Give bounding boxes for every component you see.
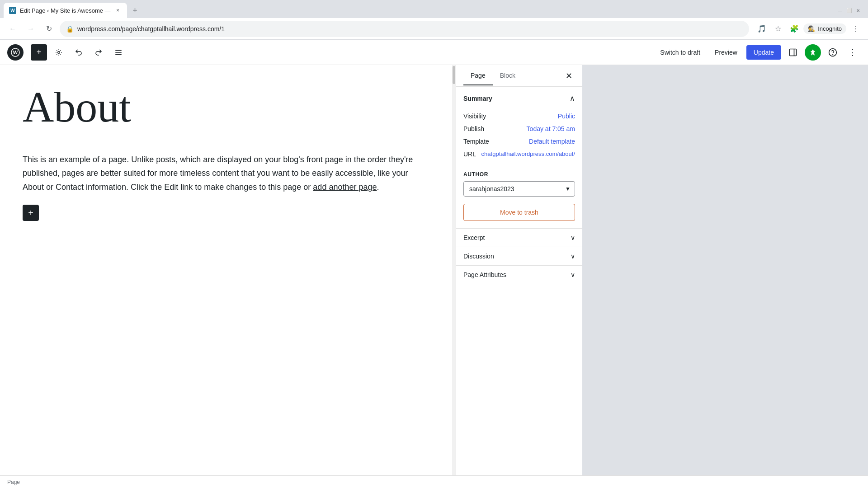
redo-button[interactable] — [90, 44, 107, 61]
wp-toolbar-right: Switch to draft Preview Update — [655, 44, 861, 61]
tools-button[interactable] — [51, 44, 67, 61]
visibility-label: Visibility — [463, 113, 486, 120]
close-window-button[interactable]: ✕ — [855, 8, 861, 13]
url-label: URL — [463, 150, 476, 158]
publish-label: Publish — [463, 125, 484, 132]
author-select[interactable]: sarahjonas2023 — [463, 181, 575, 197]
summary-section-header[interactable]: Summary ∧ — [456, 87, 582, 110]
more-options-button[interactable]: ⋮ — [844, 44, 861, 61]
active-tab[interactable]: W Edit Page ‹ My Site is Awesome — × — [4, 3, 127, 18]
sidebar-toggle-button[interactable] — [785, 44, 801, 61]
undo-button[interactable] — [71, 44, 87, 61]
minimize-button[interactable]: — — [837, 8, 843, 13]
wp-logo[interactable]: W — [7, 44, 24, 61]
publish-row: Publish Today at 7:05 am — [463, 122, 575, 135]
excerpt-label: Excerpt — [463, 234, 485, 241]
editor-content[interactable]: About This is an example of a page. Unli… — [0, 65, 452, 475]
page-attributes-chevron-icon: ∨ — [571, 271, 575, 278]
tab-page[interactable]: Page — [463, 66, 493, 85]
sidebar-container: Page Block ✕ Summary ∧ Visibility — [452, 65, 868, 475]
publish-value[interactable]: Today at 7:05 am — [527, 125, 575, 132]
tab-bar: W Edit Page ‹ My Site is Awesome — × + —… — [0, 0, 868, 18]
page-attributes-label: Page Attributes — [463, 271, 506, 278]
plus-icon: + — [37, 47, 42, 57]
add-block-toolbar-button[interactable]: + — [31, 44, 47, 61]
discussion-label: Discussion — [463, 253, 494, 260]
sidebar-close-button[interactable]: ✕ — [562, 70, 575, 82]
address-bar-row: ← → ↻ 🔒 wordpress.com/page/chatgptallhai… — [0, 18, 868, 40]
new-tab-button[interactable]: + — [129, 4, 142, 17]
svg-point-2 — [58, 51, 60, 53]
tab-close-button[interactable]: × — [114, 7, 122, 14]
author-section: AUTHOR sarahjonas2023 ▼ — [456, 168, 582, 204]
url-value[interactable]: chatgptallhail.wordpress.com/about/ — [481, 150, 575, 157]
page-attributes-collapsible[interactable]: Page Attributes ∨ — [456, 265, 582, 284]
status-bar: Page — [0, 475, 868, 488]
bookmark-icon[interactable]: ☆ — [771, 22, 785, 36]
switch-to-draft-button[interactable]: Switch to draft — [655, 46, 706, 59]
wp-editor: W + — [0, 40, 868, 488]
window-controls: — ⬜ ✕ — [837, 8, 864, 13]
incognito-label: Incognito — [818, 25, 842, 32]
excerpt-collapsible[interactable]: Excerpt ∨ — [456, 228, 582, 247]
reload-button[interactable]: ↻ — [42, 22, 56, 36]
media-control-icon: 🎵 — [755, 22, 769, 36]
status-bar-label: Page — [7, 479, 20, 485]
back-button[interactable]: ← — [5, 22, 20, 36]
document-overview-button[interactable] — [110, 44, 127, 61]
summary-section: Summary ∧ Visibility Public Publish Toda… — [456, 87, 582, 168]
incognito-icon: 🕵 — [808, 25, 815, 32]
author-select-wrapper: sarahjonas2023 ▼ — [463, 181, 575, 197]
sidebar: Page Block ✕ Summary ∧ Visibility — [456, 65, 582, 475]
sidebar-scrollbar[interactable] — [452, 65, 456, 475]
tab-title: Edit Page ‹ My Site is Awesome — — [20, 7, 111, 14]
template-label: Template — [463, 138, 489, 145]
address-bar[interactable]: 🔒 wordpress.com/page/chatgptallhail.word… — [60, 21, 749, 37]
template-value[interactable]: Default template — [529, 138, 575, 145]
svg-text:W: W — [13, 50, 18, 55]
move-to-trash-button[interactable]: Move to trash — [463, 204, 575, 221]
summary-section-title: Summary — [463, 95, 492, 102]
maximize-button[interactable]: ⬜ — [846, 8, 852, 13]
summary-section-content: Visibility Public Publish Today at 7:05 … — [456, 110, 582, 168]
tab-block[interactable]: Block — [493, 66, 523, 85]
svg-rect-6 — [790, 49, 797, 56]
discussion-collapsible[interactable]: Discussion ∨ — [456, 247, 582, 265]
incognito-badge[interactable]: 🕵 Incognito — [803, 23, 846, 34]
svg-point-9 — [833, 54, 833, 54]
excerpt-chevron-icon: ∨ — [571, 234, 575, 241]
page-body-paragraph[interactable]: This is an example of a page. Unlike pos… — [23, 153, 429, 194]
browser-actions: 🎵 ☆ 🧩 🕵 Incognito ⋮ — [755, 22, 863, 36]
tab-favicon: W — [9, 7, 16, 14]
wp-toolbar: W + — [0, 40, 868, 65]
author-label: AUTHOR — [463, 171, 575, 178]
lock-icon: 🔒 — [66, 25, 74, 33]
jetpack-button[interactable] — [805, 44, 821, 61]
browser-menu-button[interactable]: ⋮ — [848, 22, 863, 36]
page-content: About This is an example of a page. Unli… — [23, 83, 429, 221]
page-title[interactable]: About — [23, 83, 429, 131]
scroll-thumb — [453, 66, 455, 84]
visibility-value[interactable]: Public — [558, 113, 575, 120]
summary-toggle-icon: ∧ — [570, 94, 575, 103]
update-button[interactable]: Update — [746, 45, 781, 60]
visibility-row: Visibility Public — [463, 110, 575, 122]
address-text: wordpress.com/page/chatgptallhail.wordpr… — [77, 25, 743, 33]
extensions-icon[interactable]: 🧩 — [787, 22, 802, 36]
preview-button[interactable]: Preview — [709, 46, 743, 59]
sidebar-tabs: Page Block ✕ — [456, 65, 582, 87]
discussion-chevron-icon: ∨ — [571, 253, 575, 260]
url-row: URL chatgptallhail.wordpress.com/about/ — [463, 148, 575, 160]
page-body-end: . — [377, 183, 379, 192]
help-button[interactable] — [825, 44, 841, 61]
editor-body: About This is an example of a page. Unli… — [0, 65, 868, 475]
template-row: Template Default template — [463, 135, 575, 148]
add-another-page-link[interactable]: add another page — [313, 183, 377, 192]
forward-button[interactable]: → — [24, 22, 38, 36]
add-block-inline-button[interactable]: + — [23, 205, 39, 221]
